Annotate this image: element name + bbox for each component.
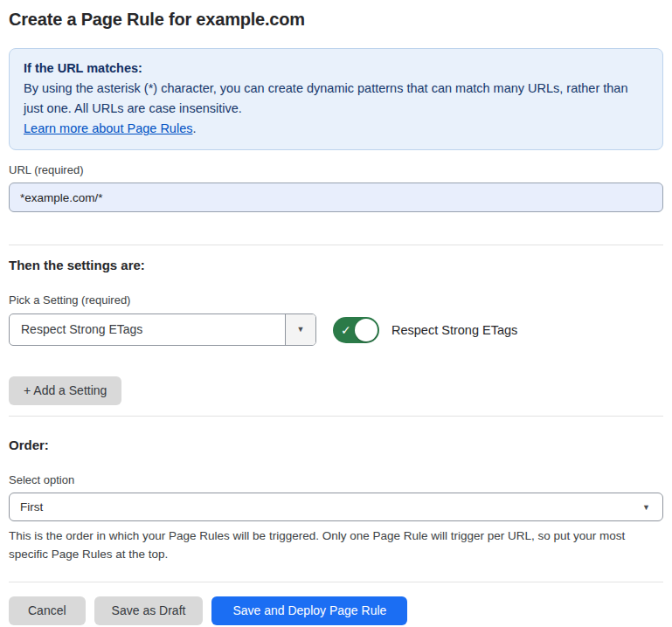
toggle-knob	[355, 319, 378, 341]
settings-section-heading: Then the settings are:	[9, 258, 663, 272]
footer-divider	[9, 582, 663, 582]
url-input[interactable]	[9, 183, 663, 212]
cancel-button[interactable]: Cancel	[9, 596, 86, 625]
chevron-down-icon: ▼	[642, 503, 650, 511]
section-divider	[9, 245, 663, 245]
pick-setting-label: Pick a Setting (required)	[9, 293, 663, 307]
setting-toggle-label: Respect Strong ETags	[391, 323, 517, 337]
setting-select-arrow-button[interactable]: ▼	[285, 314, 315, 345]
save-and-deploy-button[interactable]: Save and Deploy Page Rule	[211, 596, 407, 625]
setting-toggle[interactable]: ✓	[333, 317, 379, 343]
add-setting-button[interactable]: + Add a Setting	[9, 376, 121, 405]
link-suffix: .	[192, 121, 196, 135]
order-section-heading: Order:	[9, 438, 663, 452]
setting-select[interactable]: Respect Strong ETags ▼	[9, 314, 316, 346]
setting-row: Respect Strong ETags ▼ ✓ Respect Strong …	[9, 314, 663, 346]
order-help-text: This is the order in which your Page Rul…	[9, 527, 660, 563]
order-select[interactable]: First ▼	[9, 493, 663, 521]
setting-select-value: Respect Strong ETags	[10, 314, 285, 345]
section-divider	[9, 416, 663, 417]
page-rule-form: Create a Page Rule for example.com If th…	[0, 0, 672, 625]
order-select-label: Select option	[9, 473, 663, 486]
info-box-link-line: Learn more about Page Rules.	[24, 119, 648, 139]
page-title: Create a Page Rule for example.com	[9, 10, 663, 30]
url-match-info-box: If the URL matches: By using the asteris…	[9, 48, 663, 150]
checkmark-icon: ✓	[341, 323, 351, 337]
chevron-down-icon: ▼	[297, 326, 305, 334]
info-box-heading: If the URL matches:	[24, 59, 648, 79]
order-select-value: First	[10, 500, 53, 513]
learn-more-link[interactable]: Learn more about Page Rules	[24, 121, 192, 135]
info-box-body: By using the asterisk (*) character, you…	[24, 79, 648, 119]
url-field-label: URL (required)	[9, 163, 663, 176]
footer-actions: Cancel Save as Draft Save and Deploy Pag…	[9, 596, 663, 625]
save-as-draft-button[interactable]: Save as Draft	[94, 596, 204, 625]
